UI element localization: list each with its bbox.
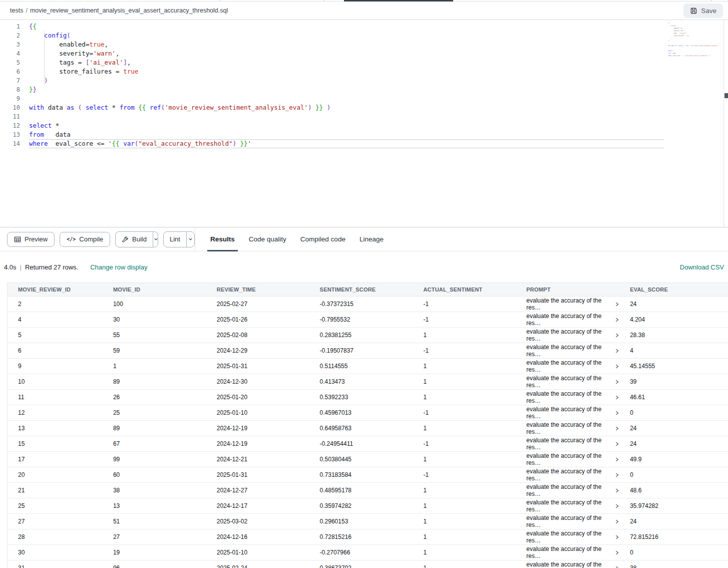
expand-prompt-chevron-right-icon[interactable] [614,395,619,400]
change-row-display-link[interactable]: Change row display [90,263,147,271]
expand-prompt-chevron-right-icon[interactable] [614,503,619,509]
cell-movie-id: 13 [103,498,206,513]
save-button[interactable]: Save [683,4,723,18]
cell-review-time: 2024-12-16 [206,529,309,544]
cell-prompt: evaluate the accuracy of the res… [516,421,619,436]
code-line[interactable]: from data [29,130,664,139]
line-number: 11 [0,112,20,121]
lint-button-label: Lint [170,235,180,243]
code-lines[interactable]: {{ config( enabled=true, severity='warn'… [29,22,664,148]
preview-button[interactable]: Preview [7,232,55,247]
code-line[interactable]: tags = ['ai_eval'], [29,58,664,67]
table-row: 13892024-12-190.649587631evaluate the ac… [8,421,728,436]
cell-eval-score: 24 [619,514,728,529]
code-line[interactable]: with data as ( select * from {{ ref('mov… [29,103,664,112]
cell-sentiment-score: 0.64958763 [309,421,413,436]
minimap[interactable]: {{ config( enabled=true, severity='warn'… [668,22,718,57]
code-line[interactable] [29,112,664,121]
expand-prompt-chevron-right-icon[interactable] [614,519,619,524]
build-button[interactable]: Build [116,232,153,247]
cell-movie-review-id: 11 [8,390,103,405]
table-row: 912025-01-310.51145551evaluate the accur… [8,359,728,374]
tab-code-quality[interactable]: Code quality [249,227,286,251]
cell-movie-id: 89 [103,374,206,389]
cell-movie-review-id: 13 [8,421,103,436]
table-row: 5552025-02-080.283812551evaluate the acc… [8,328,728,343]
expand-prompt-chevron-right-icon[interactable] [614,379,619,385]
expand-prompt-chevron-right-icon[interactable] [614,457,619,462]
code-line[interactable]: severity='warn', [29,49,664,58]
expand-prompt-chevron-right-icon[interactable] [614,364,619,369]
tab-lineage-label: Lineage [359,235,384,243]
breadcrumb-separator: / [26,7,27,14]
code-line[interactable]: {{ [29,22,664,31]
code-line[interactable]: store_failures = true [29,67,664,76]
cell-actual-sentiment: 1 [413,560,516,568]
breadcrumb-folder[interactable]: tests [10,7,23,14]
compile-button[interactable]: </> Compile [60,232,110,247]
code-line[interactable]: config( [29,31,664,40]
compile-button-label: Compile [79,235,103,243]
line-number: 1 [0,22,20,31]
code-line[interactable]: select * [29,121,664,130]
expand-prompt-chevron-right-icon[interactable] [614,565,619,568]
download-csv-link[interactable]: Download CSV [680,263,724,271]
editor-scrollbar-thumb[interactable] [724,93,728,98]
expand-prompt-chevron-right-icon[interactable] [614,488,619,493]
expand-prompt-chevron-right-icon[interactable] [614,410,619,416]
code-line[interactable]: enabled=true, [29,40,664,49]
tab-compiled-code[interactable]: Compiled code [300,227,345,251]
cell-eval-score: 39 [619,374,728,389]
cell-prompt: evaluate the accuracy of the res… [516,328,619,343]
cell-prompt: evaluate the accuracy of the res… [516,452,619,467]
lint-dropdown-button[interactable] [186,232,194,247]
prompt-preview-text: evaluate the accuracy of the res… [526,375,611,389]
table-row: 11262025-01-200.53922331evaluate the acc… [8,390,728,405]
table-row: 21382024-12-270.485951781evaluate the ac… [8,483,728,498]
column-header: PROMPT [516,283,619,296]
tab-lineage[interactable]: Lineage [359,227,384,251]
cell-prompt: evaluate the accuracy of the res… [516,343,619,358]
code-editor[interactable]: 1234567891011121314 {{ config( enabled=t… [0,20,728,227]
cell-sentiment-score: -0.19507837 [309,343,413,358]
expand-prompt-chevron-right-icon[interactable] [614,534,619,540]
code-line[interactable]: }} [29,85,664,94]
chevron-down-icon [188,236,193,242]
code-line[interactable]: where eval_score <= '{{ var("eval_accura… [29,139,664,148]
expand-prompt-chevron-right-icon[interactable] [614,472,619,478]
cell-eval-score: 4 [619,343,728,358]
cell-movie-id: 96 [103,560,206,568]
cell-movie-review-id: 10 [8,374,103,389]
code-line[interactable] [29,94,664,103]
expand-prompt-chevron-right-icon[interactable] [614,426,619,431]
cell-movie-id: 1 [103,359,206,374]
build-dropdown-button[interactable] [153,232,158,247]
expand-prompt-chevron-right-icon[interactable] [614,302,619,307]
cell-movie-review-id: 20 [8,467,103,482]
cell-actual-sentiment: -1 [413,343,516,358]
expand-prompt-chevron-right-icon[interactable] [614,333,619,338]
cell-movie-review-id: 6 [8,343,103,358]
cell-review-time: 2025-01-20 [206,390,309,405]
editor-scrollbar[interactable] [723,20,728,227]
prompt-preview-text: evaluate the accuracy of the res… [526,545,611,559]
cell-review-time: 2024-12-21 [206,452,309,467]
expand-prompt-chevron-right-icon[interactable] [614,348,619,354]
cell-sentiment-score: 0.73183584 [309,467,413,482]
column-header: REVIEW_TIME [206,283,309,296]
lint-button[interactable]: Lint [164,232,186,247]
cell-prompt: evaluate the accuracy of the res… [516,436,619,451]
expand-prompt-chevron-right-icon[interactable] [614,317,619,323]
tab-results[interactable]: Results [210,227,235,251]
table-row: 12252025-01-100.45967013-1evaluate the a… [8,405,728,421]
expand-prompt-chevron-right-icon[interactable] [614,441,619,447]
cell-sentiment-score: -0.7955532 [309,312,413,327]
code-line[interactable]: ) [29,76,664,85]
cell-actual-sentiment: 1 [413,390,516,405]
cell-movie-id: 99 [103,452,206,467]
expand-prompt-chevron-right-icon[interactable] [614,550,619,555]
cell-eval-score: 45.14555 [619,359,728,374]
cell-movie-id: 89 [103,421,206,436]
cell-eval-score: 0 [619,405,728,420]
cell-movie-review-id: 9 [8,359,103,374]
